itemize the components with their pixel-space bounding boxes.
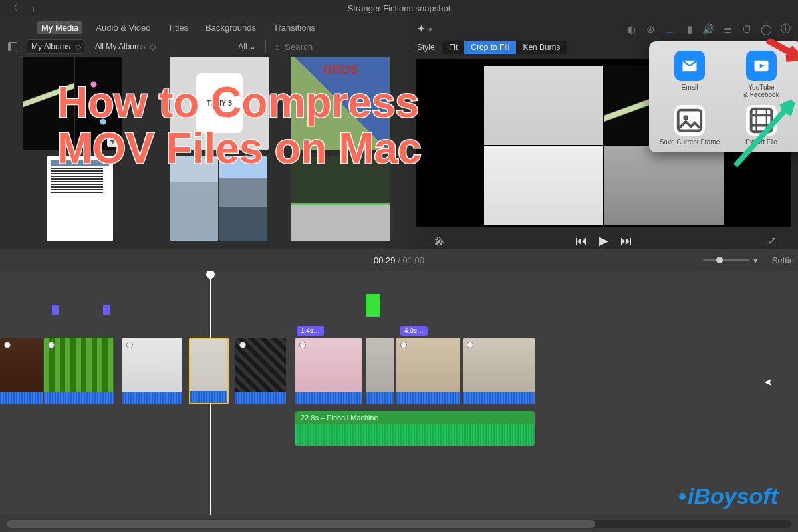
marker-green[interactable] <box>366 294 380 317</box>
fullscreen-icon[interactable]: ⤢ <box>768 235 777 247</box>
magic-wand-icon[interactable]: ✦﹡ <box>417 23 436 35</box>
clip[interactable] <box>235 338 286 404</box>
tab-titles[interactable]: Titles <box>164 21 193 34</box>
clip[interactable] <box>44 338 114 404</box>
filter-select[interactable]: All ⌄ <box>234 40 266 53</box>
style-ken-burns[interactable]: Ken Burns <box>516 41 567 54</box>
media-thumb[interactable] <box>291 156 390 241</box>
marker[interactable] <box>52 305 59 315</box>
total-time: 01:00 <box>402 255 424 265</box>
media-thumb[interactable]: GROS <box>291 57 390 150</box>
search-input[interactable] <box>273 40 401 54</box>
svg-line-8 <box>735 102 793 166</box>
media-thumb[interactable] <box>170 156 218 241</box>
player-controls: 🎤︎ ⏮ ▶ ⏭ ⤢ <box>416 231 791 249</box>
tab-transitions[interactable]: Transitions <box>269 21 319 34</box>
share-label: Email <box>681 84 698 91</box>
voiceover-icon[interactable]: 🎤︎ <box>434 235 444 247</box>
crop-style-segment: Fit Crop to Fill Ken Burns <box>442 41 567 54</box>
scrollbar-thumb[interactable] <box>7 520 595 528</box>
timeline-scrollbar[interactable] <box>7 520 791 528</box>
tab-my-media[interactable]: My Media <box>37 21 82 34</box>
thumb-text: TENY 3 <box>196 73 243 133</box>
image-icon <box>674 105 705 136</box>
style-crop-to-fill[interactable]: Crop to Fill <box>464 41 516 54</box>
share-popover: Email YouTube & Facebook Save Current Fr… <box>649 41 798 152</box>
transition-tag[interactable]: 1.4s… <box>297 326 324 336</box>
stabilize-icon[interactable]: ▮ <box>684 23 695 35</box>
media-thumb[interactable] <box>23 57 74 150</box>
time-indicator-row: 00:29 / 01:00 ▾ Settin <box>0 249 798 271</box>
video-track <box>0 338 798 404</box>
settings-button[interactable]: Settin <box>772 255 794 265</box>
tab-backgrounds[interactable]: Backgrounds <box>201 21 260 34</box>
transition-tag[interactable]: 4.0s… <box>400 326 428 336</box>
project-title: Stranger Fictions snapshot <box>348 3 451 13</box>
library-tabs: My Media Audio & Video Titles Background… <box>0 16 409 34</box>
clip[interactable] <box>396 338 460 404</box>
volume-icon[interactable]: 🔊 <box>703 23 714 35</box>
current-time: 00:29 <box>374 255 396 265</box>
marker[interactable] <box>103 305 110 315</box>
media-library-panel: My Media Audio & Video Titles Background… <box>0 16 409 249</box>
album-select[interactable]: My Albums <box>27 39 84 54</box>
clip[interactable] <box>463 338 535 404</box>
audio-clip-label: 22.8s – Pinball Machine <box>301 414 378 422</box>
import-icon[interactable]: ↓ <box>31 3 36 13</box>
style-label: Style: <box>417 43 437 52</box>
clip-selected[interactable] <box>189 338 229 404</box>
media-thumb[interactable] <box>47 156 113 241</box>
filter-icon[interactable]: ◯ <box>761 23 772 35</box>
info-icon[interactable]: ⓘ <box>780 23 791 35</box>
audio-clip[interactable]: 22.8s – Pinball Machine <box>295 411 535 446</box>
share-label: Save Current Frame <box>660 138 720 146</box>
share-save-frame[interactable]: Save Current Frame <box>656 105 724 146</box>
media-thumb[interactable]: + <box>75 57 122 150</box>
media-thumbnails: + TENY 3 GROS <box>0 57 409 249</box>
mail-icon <box>674 51 705 81</box>
thumb-text: GROS <box>323 63 358 77</box>
media-thumb[interactable] <box>219 156 267 241</box>
playhead[interactable] <box>206 271 215 279</box>
speed-icon[interactable]: ⏱ <box>741 23 753 35</box>
color-correction-icon[interactable]: ⊛ <box>645 23 656 35</box>
color-balance-icon[interactable]: ◐ <box>626 23 637 35</box>
back-button[interactable]: 〈 <box>9 2 18 14</box>
browser-bar: My Albums All My Albums All ⌄ <box>0 34 409 57</box>
share-email[interactable]: Email <box>656 51 724 98</box>
inspector-toolbar: ✦﹡ ◐ ⊛ ⟂ ▮ 🔊 ≣ ⏱ ◯ ⓘ <box>416 20 791 41</box>
prev-button[interactable]: ⏮ <box>575 234 587 248</box>
clip[interactable] <box>295 338 362 404</box>
timeline[interactable]: 1.4s… 4.0s… 22.8s – Pinball Machine <box>0 271 798 515</box>
titlebar: 〈 ↓ Stranger Fictions snapshot <box>0 0 798 16</box>
add-to-timeline-button[interactable]: + <box>107 135 119 147</box>
preview-panel: ✦﹡ ◐ ⊛ ⟂ ▮ 🔊 ≣ ⏱ ◯ ⓘ Style: Fit Crop to … <box>409 16 798 249</box>
play-button[interactable]: ▶ <box>599 233 608 248</box>
mouse-cursor-icon: ➤ <box>764 376 773 388</box>
clip[interactable] <box>0 338 43 404</box>
annotation-red-arrow <box>766 39 798 68</box>
svg-point-2 <box>683 115 688 120</box>
path-select[interactable]: All My Albums <box>91 40 158 53</box>
crop-icon[interactable]: ⟂ <box>664 23 676 35</box>
tab-audio-video[interactable]: Audio & Video <box>92 21 154 34</box>
noise-icon[interactable]: ≣ <box>722 23 733 35</box>
view-mode-toggle[interactable] <box>8 42 17 51</box>
annotation-green-arrow <box>729 92 798 172</box>
next-button[interactable]: ⏭ <box>620 234 632 248</box>
clip[interactable] <box>366 338 394 404</box>
zoom-slider[interactable]: ▾ <box>703 255 758 265</box>
clip[interactable] <box>122 338 182 404</box>
media-thumb[interactable]: TENY 3 <box>170 57 269 150</box>
style-fit[interactable]: Fit <box>442 41 464 54</box>
